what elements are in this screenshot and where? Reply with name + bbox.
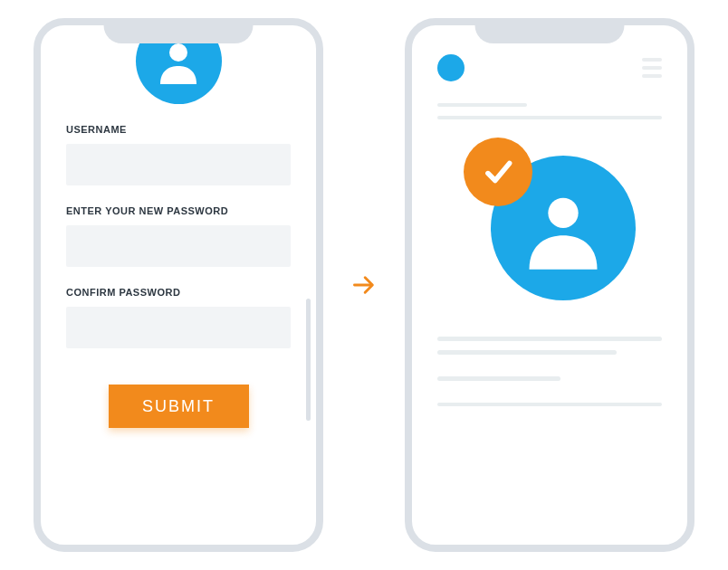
success-graphic [464, 138, 636, 309]
confirm-password-input[interactable] [66, 307, 291, 348]
svg-point-2 [548, 198, 578, 228]
placeholder-line [437, 376, 560, 381]
phone-right [405, 18, 694, 552]
submit-button[interactable]: SUBMIT [109, 385, 249, 428]
username-label: USERNAME [66, 124, 291, 135]
placeholder-line [437, 116, 662, 119]
placeholder-line [437, 103, 527, 107]
svg-point-0 [169, 43, 187, 62]
arrow-right-icon [350, 271, 378, 299]
new-password-input[interactable] [66, 225, 291, 267]
placeholder-line [437, 403, 662, 406]
check-icon [464, 138, 532, 206]
menu-icon[interactable] [642, 58, 662, 78]
logo-icon [437, 54, 465, 81]
username-input[interactable] [66, 144, 291, 185]
placeholder-line [437, 337, 662, 341]
phone-notch [104, 18, 254, 43]
confirm-password-label: CONFIRM PASSWORD [66, 287, 291, 298]
new-password-label: ENTER YOUR NEW PASSWORD [66, 205, 291, 216]
phone-left: USERNAME ENTER YOUR NEW PASSWORD CONFIRM… [34, 18, 323, 552]
phone-notch [475, 18, 625, 43]
scrollbar[interactable] [306, 299, 311, 421]
placeholder-line [437, 350, 617, 355]
